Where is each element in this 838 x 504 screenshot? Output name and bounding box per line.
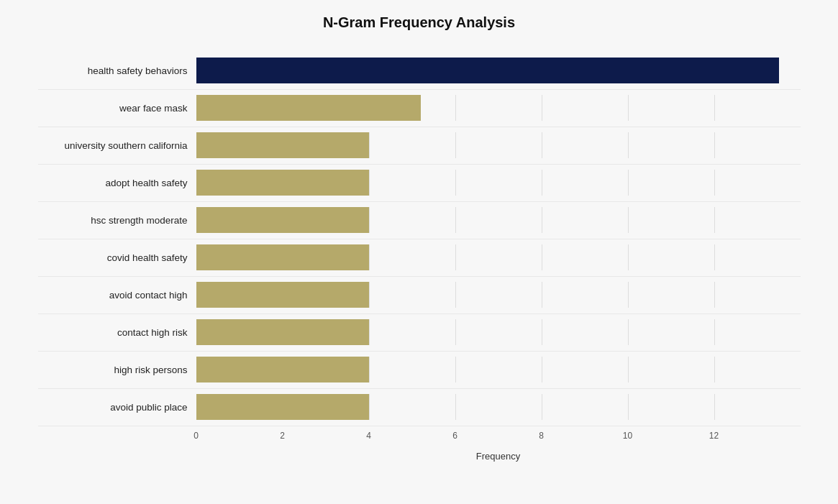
x-tick: 0: [193, 431, 199, 441]
bar-track: [196, 319, 801, 345]
bar-track: [196, 244, 801, 270]
bar-label: avoid public place: [38, 402, 196, 413]
x-tick: 2: [280, 431, 285, 441]
x-tick: 4: [366, 431, 371, 441]
bar-track: [196, 170, 801, 196]
bar-fill: [196, 207, 369, 233]
bar-label: health safety behaviors: [38, 65, 196, 76]
bar-fill: [196, 132, 369, 158]
bar-track: [196, 58, 801, 83]
bar-fill: [196, 319, 369, 345]
bar-fill: [196, 170, 369, 196]
bar-row: covid health safety: [38, 239, 801, 277]
chart-title: N-Gram Frequency Analysis: [38, 14, 801, 31]
bar-label: avoid contact high: [38, 290, 196, 301]
bar-label: adopt health safety: [38, 178, 196, 188]
bar-fill: [196, 244, 369, 270]
bar-track: [196, 95, 801, 121]
bar-track: [196, 282, 801, 308]
bar-label: covid health safety: [38, 252, 196, 263]
bar-row: adopt health safety: [38, 165, 801, 202]
chart-container: N-Gram Frequency Analysis health safety …: [24, 0, 815, 504]
chart-area: health safety behaviorswear face maskuni…: [38, 52, 801, 426]
x-tick: 10: [623, 431, 632, 441]
bar-track: [196, 207, 801, 233]
bar-fill: [196, 357, 369, 382]
bar-row: hsc strength moderate: [38, 202, 801, 239]
bar-label: contact high risk: [38, 327, 196, 338]
bar-row: health safety behaviors: [38, 52, 801, 90]
bar-row: wear face mask: [38, 90, 801, 127]
x-axis-label: Frequency: [196, 451, 801, 462]
bar-track: [196, 357, 801, 382]
bar-label: hsc strength moderate: [38, 215, 196, 226]
bar-track: [196, 394, 801, 420]
bar-label: high risk persons: [38, 365, 196, 375]
bar-row: high risk persons: [38, 352, 801, 389]
bar-label: university southern california: [38, 140, 196, 151]
bar-label: wear face mask: [38, 103, 196, 114]
bar-row: avoid public place: [38, 389, 801, 426]
bar-fill: [196, 282, 369, 308]
bar-fill: [196, 394, 369, 420]
bar-row: avoid contact high: [38, 277, 801, 314]
bar-fill: [196, 58, 779, 83]
x-tick: 12: [709, 431, 719, 441]
x-axis: 024681012: [196, 431, 801, 445]
bar-row: university southern california: [38, 127, 801, 165]
x-tick: 6: [452, 431, 457, 441]
bar-track: [196, 132, 801, 158]
x-tick: 8: [539, 431, 544, 441]
bar-row: contact high risk: [38, 314, 801, 352]
bar-fill: [196, 95, 421, 121]
